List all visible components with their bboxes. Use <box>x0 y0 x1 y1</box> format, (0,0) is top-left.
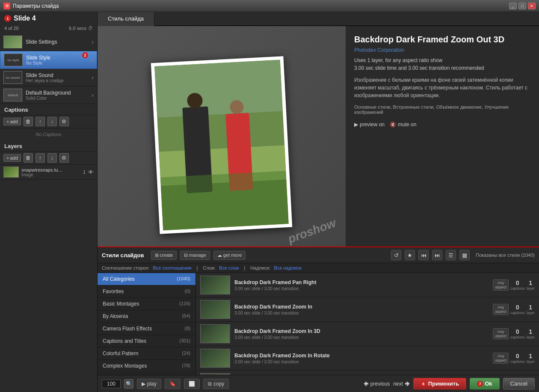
cancel-button[interactable]: Cancel <box>503 378 535 389</box>
tab-slide-style[interactable]: Стиль слайда <box>98 12 154 26</box>
copy-button[interactable]: ⧉ copy <box>203 379 229 389</box>
style-item[interactable]: Backdrop Dark Framed Zoom Out 3.00 sec s… <box>196 371 539 375</box>
slide-style-content: proshow Backdrop Dark Framed Zoom Out 3D… <box>98 26 539 375</box>
list-view-button[interactable]: ☰ <box>446 250 456 260</box>
preview-on-button[interactable]: ▶ preview on <box>354 122 385 128</box>
category-colorful-pattern[interactable]: Colorful Pattern (24) <box>98 347 195 360</box>
styles-content: All Categories (1040) Favorites (0) Basi… <box>98 273 539 375</box>
ok-button[interactable]: 7 Ok <box>470 378 499 389</box>
layers-toolbar: + add 🗑 ↑ ↓ ⚙ <box>0 151 97 165</box>
play-button[interactable]: ▶ play <box>137 379 161 389</box>
close-button[interactable]: ✕ <box>528 3 536 9</box>
default-background-label: Default Background Solid Color <box>26 90 92 101</box>
styles-panel-title: Стили слайдов <box>102 252 144 258</box>
slide-style-item[interactable]: no style Slide Style No Style 2 › <box>0 51 97 69</box>
category-by-aksenia[interactable]: By Aksenia (54) <box>98 310 195 323</box>
slide-style-arrow: › <box>91 56 93 63</box>
play-icon: ▶ <box>354 122 358 128</box>
style-item[interactable]: Backdrop Dark Framed Zoom In 3.00 sec sl… <box>196 297 539 322</box>
layers-count: 1layer <box>526 328 535 339</box>
layers-filter-link[interactable]: Все слои <box>219 265 239 270</box>
captions-count: 0captions <box>510 304 525 315</box>
preview-controls: ▶ preview on 🔇 mute on <box>354 122 530 128</box>
aspect-label: Соотношение сторон: <box>102 265 149 270</box>
style-info: Backdrop Dark Framed Zoom In 3D 3.00 sec… <box>234 328 489 340</box>
captions-up-button[interactable]: ↑ <box>36 117 45 126</box>
arrow-left-icon: 🡸 <box>364 381 369 387</box>
style-item[interactable]: Backdrop Dark Framed Zoom In 3D 3.00 sec… <box>196 322 539 346</box>
aspect-filter-link[interactable]: Все соотношения <box>153 265 191 270</box>
preview-svg <box>154 59 289 230</box>
minimize-button[interactable]: _ <box>509 3 517 9</box>
slide-style-thumb: no style <box>4 53 23 66</box>
left-panel: 1 Slide 4 4 of 20 6.0 secs ⏱ Slide Setti… <box>0 12 98 392</box>
preview-area: proshow Backdrop Dark Framed Zoom Out 3D… <box>98 26 539 246</box>
right-area: Стиль слайда <box>98 12 539 392</box>
layers-filter-label: Слои: <box>203 265 216 270</box>
ok-badge: 7 <box>477 381 483 387</box>
mute-on-button[interactable]: 🔇 mute on <box>390 122 416 128</box>
next-button[interactable]: next 🡺 <box>393 381 410 387</box>
style-info: Backdrop Dark Framed Zoom In Rotate 3.00… <box>234 353 489 364</box>
layers-add-button[interactable]: + add <box>3 154 21 162</box>
captions-filter-label: Надписи: <box>250 265 270 270</box>
layers-settings-button[interactable]: ⚙ <box>59 153 69 163</box>
category-basic-montages[interactable]: Basic Montages (116) <box>98 298 195 310</box>
layers-count: 1layer <box>526 353 535 364</box>
zoom-input[interactable]: 100 <box>102 380 121 388</box>
create-button[interactable]: ⊞ create <box>151 251 177 260</box>
layer-label: snapwiresnaps.tumb... Image <box>21 167 80 177</box>
prev-nav-button[interactable]: ⏮ <box>418 250 429 260</box>
arrow-right-icon: 🡺 <box>405 381 410 387</box>
info-panel: Backdrop Dark Framed Zoom Out 3D Photode… <box>346 26 539 246</box>
captions-delete-button[interactable]: 🗑 <box>24 117 33 126</box>
default-background-item[interactable]: default Default Background Solid Color › <box>0 86 97 104</box>
bookmark-button[interactable]: 🔖 <box>165 379 181 389</box>
next-nav-button[interactable]: ⏭ <box>432 250 442 260</box>
layers-down-button[interactable]: ↓ <box>47 153 57 163</box>
slide-settings-arrow: › <box>92 39 94 45</box>
window-controls: _ □ ✕ <box>509 3 536 9</box>
style-thumbnail <box>200 276 230 294</box>
preview-image-inner <box>154 59 289 230</box>
style-item[interactable]: Backdrop Dark Framed Zoom In Rotate 3.00… <box>196 346 539 371</box>
previous-button[interactable]: 🡸 previous <box>364 381 390 387</box>
star-button[interactable]: ★ <box>405 250 415 260</box>
maximize-button[interactable]: □ <box>518 3 526 9</box>
captions-add-button[interactable]: + add <box>3 118 21 125</box>
slide-sound-item[interactable]: no sound Slide Sound Нет звука в слайде … <box>0 69 97 86</box>
categories-panel: All Categories (1040) Favorites (0) Basi… <box>98 273 196 375</box>
category-all[interactable]: All Categories (1040) <box>98 273 195 285</box>
zoom-search-button[interactable]: 🔍 <box>124 379 133 389</box>
layers-delete-button[interactable]: 🗑 <box>24 153 33 163</box>
category-complex-montages[interactable]: Complex Montages (78) <box>98 360 195 372</box>
get-more-button[interactable]: ☁ get more <box>213 251 246 260</box>
window-title: Параметры слайда <box>13 3 509 9</box>
styles-toolbar: Стили слайдов ⊞ create ⊟ manage ☁ get mo… <box>98 247 539 263</box>
style-item[interactable]: Backdrop Dark Framed Pan Right 3.00 sec … <box>196 273 539 297</box>
captions-filter-link[interactable]: Все надписи <box>274 265 302 270</box>
default-background-arrow: › <box>92 92 94 98</box>
captions-down-button[interactable]: ↓ <box>47 117 57 126</box>
refresh-button[interactable]: ↺ <box>391 250 401 260</box>
plus-icon: + <box>6 119 9 124</box>
tab-bar: Стиль слайда <box>98 12 539 26</box>
slide-sound-label: Slide Sound Нет звука в слайде <box>26 72 92 83</box>
manage-button[interactable]: ⊟ manage <box>180 251 210 260</box>
style-badges: Anyaspect 0captions 1layer <box>493 353 535 364</box>
category-captions-titles[interactable]: Captions and Titles (301) <box>98 335 195 347</box>
category-favorites[interactable]: Favorites (0) <box>98 285 195 298</box>
layers-up-button[interactable]: ↑ <box>36 153 45 163</box>
layer-visibility-icon[interactable]: 👁 <box>88 169 94 175</box>
grid-view-button[interactable]: ▦ <box>459 250 470 260</box>
plus-square-icon: ⊞ <box>155 252 159 258</box>
spec2: 3.00 sec slide time and 3.00 sec transit… <box>354 65 530 71</box>
layer-item[interactable]: snapwiresnaps.tumb... Image 1 👁 <box>0 165 97 180</box>
apply-button[interactable]: 6 Применить <box>413 378 466 389</box>
frame-button[interactable]: ⬜ <box>184 379 200 389</box>
category-camera-flash[interactable]: Camera Flash Effects (8) <box>98 323 195 335</box>
style-tags: Основные стили, Встроенные стили, Объёмн… <box>354 104 530 115</box>
captions-count: 0captions <box>510 353 525 364</box>
slide-settings-item[interactable]: Slide Settings › <box>0 33 97 51</box>
captions-settings-button[interactable]: ⚙ <box>59 117 69 126</box>
